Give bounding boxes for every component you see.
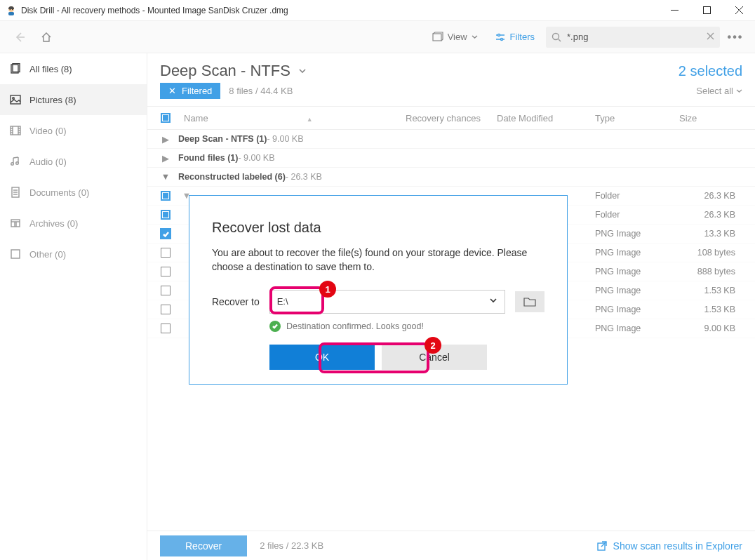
group-row[interactable]: ▶ Found files (1) - 9.00 KB [147,149,755,168]
check-circle-icon [269,321,281,332]
row-checkbox[interactable] [161,267,171,276]
column-recovery[interactable]: Recovery chances [406,113,497,124]
svg-rect-20 [11,95,20,104]
destination-select[interactable]: E:\ [269,290,505,314]
svg-point-21 [13,98,15,100]
video-icon [10,125,21,136]
sidebar-item-other[interactable]: Other (0) [0,239,147,269]
filtered-chip[interactable]: ✕ Filtered [160,83,220,99]
annotation-badge-1: 1 [319,281,336,298]
audio-icon [10,156,21,167]
svg-rect-42 [11,250,20,258]
svg-rect-5 [703,7,710,14]
dialog-title: Recover lost data [212,220,544,236]
sidebar-item-allfiles[interactable]: All files (8) [0,53,147,84]
collapse-arrow-icon[interactable]: ▼ [153,172,178,182]
column-size[interactable]: Size [679,113,749,124]
home-button[interactable] [35,26,58,48]
filters-button[interactable]: Filters [488,29,542,46]
chevron-down-icon [298,66,307,76]
destination-value: E:\ [277,296,288,307]
recover-button[interactable]: Recover [160,535,247,556]
row-checkbox[interactable] [161,305,171,314]
other-icon [10,248,21,260]
sidebar-item-label: All files (8) [29,64,72,74]
column-date[interactable]: Date Modified [497,113,595,124]
row-checkbox[interactable] [161,210,171,220]
sidebar-item-label: Video (0) [29,126,67,136]
sidebar-item-documents[interactable]: Documents (0) [0,177,147,208]
svg-point-2 [12,8,13,10]
svg-point-13 [500,38,502,40]
expand-arrow-icon[interactable]: ▶ [153,134,178,145]
external-link-icon [596,540,608,552]
clear-search-icon[interactable] [707,32,714,42]
window-titlebar: Disk Drill - All recovery methods - Moun… [0,0,755,21]
sidebar-item-label: Pictures (8) [29,95,76,105]
svg-rect-3 [8,12,14,15]
header-checkbox[interactable] [161,113,171,123]
filters-label: Filters [510,32,535,42]
footer-meta: 2 files / 22.3 KB [260,540,583,551]
row-checkbox[interactable] [160,228,171,239]
annotation-badge-2: 2 [425,337,441,354]
recover-to-label: Recover to [212,296,260,307]
svg-line-33 [13,157,18,158]
sidebar-item-audio[interactable]: Audio (0) [0,146,147,177]
minimize-button[interactable] [658,0,690,21]
view-dropdown[interactable]: View [427,29,483,46]
sidebar-item-archives[interactable]: Archives (0) [0,208,147,239]
file-summary: 8 files / 44.4 KB [229,86,293,96]
row-checkbox[interactable] [161,191,171,201]
back-button[interactable] [8,26,31,48]
chevron-down-icon [489,296,497,307]
search-box[interactable] [546,27,720,48]
dialog-body: You are about to recover the file(s) fou… [212,246,544,274]
scan-title[interactable]: Deep Scan - NTFS [160,62,307,80]
app-icon [6,5,17,16]
recover-dialog: Recover lost data You are about to recov… [189,195,568,385]
window-title: Disk Drill - All recovery methods - Moun… [21,6,658,15]
group-row[interactable]: ▶ Deep Scan - NTFS (1) - 9.00 KB [147,130,755,149]
svg-rect-9 [433,34,441,41]
svg-point-32 [16,162,19,165]
svg-line-44 [601,542,606,547]
more-button[interactable]: ••• [724,27,747,48]
clear-filter-icon[interactable]: ✕ [168,86,176,96]
group-row[interactable]: ▼ Reconstructed labeled (6) - 26.3 KB [147,168,755,187]
maximize-button[interactable] [690,0,723,21]
sort-arrow-icon: ▲ [307,116,313,123]
view-label: View [448,32,467,42]
close-button[interactable] [723,0,755,21]
sidebar-item-label: Documents (0) [29,187,89,198]
search-input[interactable] [567,32,701,42]
archives-icon [10,218,21,229]
sidebar-item-label: Audio (0) [29,156,67,167]
footer: Recover 2 files / 22.3 KB Show scan resu… [147,531,755,560]
sidebar-item-label: Archives (0) [29,218,78,229]
toolbar: View Filters ••• [0,21,755,53]
row-checkbox[interactable] [161,286,171,295]
select-all-dropdown[interactable]: Select all [696,86,742,96]
column-name[interactable]: Name▲ [178,113,406,124]
svg-point-31 [11,163,14,166]
documents-icon [10,187,21,198]
expand-arrow-icon[interactable]: ▶ [153,153,178,164]
ok-button[interactable]: OK [269,345,375,370]
row-checkbox[interactable] [161,248,171,258]
sidebar-item-pictures[interactable]: Pictures (8) [0,84,147,115]
row-checkbox[interactable] [161,324,171,333]
sidebar: All files (8) Pictures (8) Video (0) Aud… [0,53,147,560]
browse-button[interactable] [515,291,544,312]
svg-rect-38 [11,220,20,227]
sidebar-item-label: Other (0) [29,249,66,260]
folder-icon [523,297,536,307]
files-icon [10,63,21,74]
table-header: Name▲ Recovery chances Date Modified Typ… [147,106,755,130]
column-type[interactable]: Type [595,113,679,124]
selected-count: 2 selected [679,63,742,79]
svg-point-12 [497,34,500,36]
svg-point-1 [10,8,11,10]
show-in-explorer-link[interactable]: Show scan results in Explorer [596,540,742,552]
sidebar-item-video[interactable]: Video (0) [0,115,147,146]
